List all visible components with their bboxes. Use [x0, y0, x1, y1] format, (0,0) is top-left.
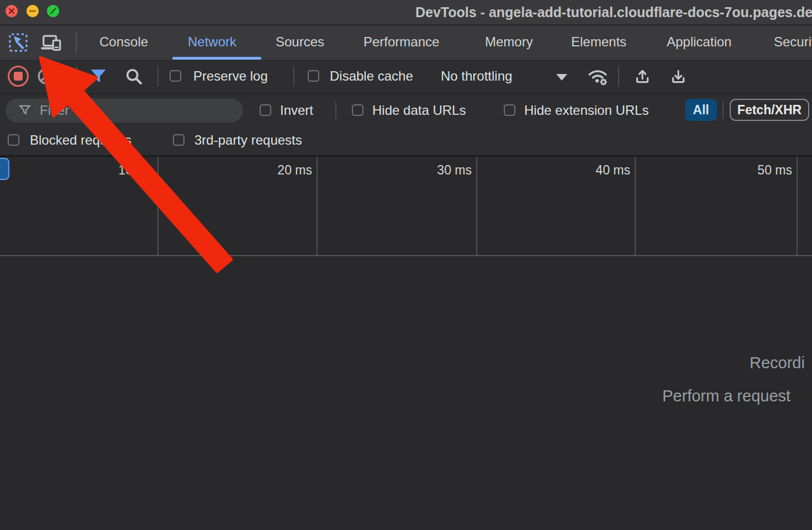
timeline-tick-10ms: 10 ms	[81, 163, 153, 178]
chevron-down-icon[interactable]	[556, 74, 567, 81]
device-toolbar-icon[interactable]	[41, 32, 62, 53]
title-bar: DevTools - angela-add-tutorial.cloudflar…	[0, 0, 812, 25]
request-list-empty-area: Recordi Perform a request	[0, 257, 812, 530]
tab-memory[interactable]: Memory	[485, 25, 533, 60]
minimize-icon[interactable]	[27, 5, 39, 17]
network-filter-bar: Invert Hide data URLs Hide extension URL…	[0, 94, 812, 125]
toolbar-divider	[76, 32, 77, 53]
filter-input-container[interactable]	[6, 98, 243, 123]
tab-security[interactable]: Security	[774, 25, 812, 60]
window-title: DevTools - angela-add-tutorial.cloudflar…	[415, 0, 812, 25]
overview-scroll-handle[interactable]	[0, 158, 9, 180]
filter-divider	[723, 102, 724, 119]
preserve-log-label: Preserve log	[193, 60, 268, 93]
network-overview-timeline: 10 ms 20 ms 30 ms 40 ms 50 ms	[0, 157, 812, 256]
filter-funnel-icon[interactable]	[88, 66, 108, 86]
invert-checkbox[interactable]	[260, 104, 271, 116]
tab-console[interactable]: Console	[99, 25, 148, 60]
inspect-icon[interactable]	[8, 32, 29, 53]
toolbar-divider	[618, 66, 619, 86]
devtools-window: { "window": { "title": "DevTools - angel…	[0, 0, 812, 530]
preserve-log-checkbox[interactable]	[170, 70, 181, 82]
request-filters-row: Blocked requests 3rd-party requests	[0, 125, 812, 155]
timeline-gridline	[317, 157, 318, 256]
hide-extension-urls-checkbox[interactable]	[504, 104, 515, 116]
timeline-gridline	[157, 157, 159, 256]
devtools-tab-bar: Console Network Sources Performance Memo…	[0, 25, 812, 60]
filter-divider	[335, 102, 336, 119]
tab-sources[interactable]: Sources	[276, 25, 324, 60]
timeline-gridline	[635, 157, 636, 256]
hide-data-urls-checkbox[interactable]	[352, 104, 363, 116]
invert-label: Invert	[280, 94, 313, 126]
record-stop-icon[interactable]	[8, 66, 29, 87]
perform-request-hint-text: Perform a request	[662, 387, 790, 405]
recording-status-text: Recordi	[750, 354, 805, 372]
network-conditions-icon[interactable]	[587, 65, 609, 87]
zoom-icon[interactable]	[47, 5, 59, 17]
blocked-requests-label: Blocked requests	[30, 125, 131, 155]
toolbar-divider	[293, 66, 294, 86]
tab-elements[interactable]: Elements	[571, 25, 626, 60]
clear-icon[interactable]	[36, 67, 56, 87]
hide-extension-urls-label: Hide extension URLs	[524, 94, 648, 126]
tab-performance[interactable]: Performance	[363, 25, 439, 60]
blocked-requests-checkbox[interactable]	[8, 134, 19, 146]
timeline-tick-30ms: 30 ms	[400, 163, 472, 178]
throttling-select[interactable]: No throttling	[441, 60, 512, 93]
request-type-all-button[interactable]: All	[685, 99, 717, 121]
timeline-gridline	[476, 157, 477, 256]
timeline-tick-50ms: 50 ms	[720, 163, 792, 178]
hide-data-urls-label: Hide data URLs	[372, 94, 466, 126]
third-party-requests-label: 3rd-party requests	[194, 125, 302, 155]
toolbar-divider	[76, 66, 77, 86]
request-type-fetch-xhr-button[interactable]: Fetch/XHR	[730, 99, 809, 121]
search-icon[interactable]	[124, 66, 144, 86]
filter-funnel-outline-icon	[18, 103, 32, 120]
disable-cache-checkbox[interactable]	[308, 70, 319, 82]
tab-network[interactable]: Network	[188, 25, 236, 60]
network-toolbar: Preserve log Disable cache No throttling	[0, 60, 812, 93]
tab-application[interactable]: Application	[667, 25, 731, 60]
disable-cache-label: Disable cache	[330, 60, 413, 93]
timeline-tick-20ms: 20 ms	[240, 163, 312, 178]
third-party-requests-checkbox[interactable]	[173, 134, 184, 146]
export-har-icon[interactable]	[669, 67, 687, 85]
timeline-tick-40ms: 40 ms	[558, 163, 630, 178]
toolbar-divider	[157, 66, 159, 86]
close-icon[interactable]	[6, 5, 18, 17]
filter-input[interactable]	[40, 98, 233, 123]
import-har-icon[interactable]	[634, 67, 651, 85]
timeline-gridline	[797, 157, 798, 256]
